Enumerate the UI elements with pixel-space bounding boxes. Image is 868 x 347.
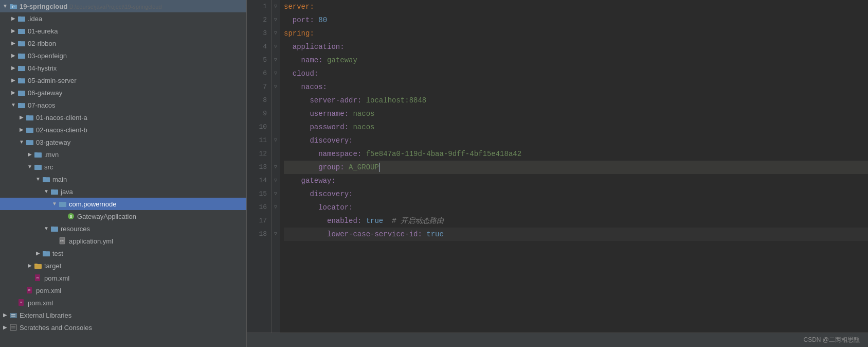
tree-item-gateway1[interactable]: 06-gateway: [0, 86, 246, 99]
code-line-5: name: gateway: [284, 54, 868, 67]
tree-item-gateway03[interactable]: 03-gateway: [0, 136, 246, 148]
tree-icon-root: P: [9, 2, 17, 10]
tree-arrow-main[interactable]: [35, 176, 41, 182]
line-number-13: 13: [250, 161, 271, 174]
fold-icon-13[interactable]: [272, 161, 280, 174]
tree-item-gatewayapp[interactable]: S GatewayApplication: [0, 210, 246, 222]
code-line-12: namespace: f5e847a0-119d-4baa-9dff-4bf15…: [284, 147, 868, 161]
svg-text:yml: yml: [60, 239, 64, 242]
tree-label-eureka: 01-eureka: [28, 27, 242, 35]
code-lines: server: port: 80spring: application: nam…: [280, 0, 868, 333]
tree-arrow-compowernode[interactable]: [51, 201, 58, 207]
tree-item-java[interactable]: java: [0, 185, 246, 198]
fold-icon-1[interactable]: [272, 0, 280, 13]
tree-arrow-test[interactable]: [35, 250, 41, 256]
tree-item-resources[interactable]: resources: [0, 222, 246, 235]
tree-item-nacos-b[interactable]: 02-nacos-client-b: [0, 124, 246, 136]
tree-arrow-eureka[interactable]: [10, 28, 16, 34]
tree-icon-pom3: m: [17, 299, 26, 307]
svg-rect-35: [26, 141, 33, 145]
tree-item-pom1[interactable]: m pom.xml: [0, 272, 246, 284]
fold-icon-11[interactable]: [272, 134, 280, 147]
tree-item-pom2[interactable]: m pom.xml: [0, 284, 246, 297]
svg-rect-20: [18, 79, 25, 83]
tree-arrow-nacos[interactable]: [10, 102, 16, 108]
tree-item-mvn[interactable]: .mvn: [0, 148, 246, 161]
svg-rect-11: [18, 42, 25, 46]
tree-item-eureka[interactable]: 01-eureka: [0, 25, 246, 37]
line-number-3: 3: [250, 27, 271, 40]
tree-item-test[interactable]: test: [0, 247, 246, 259]
tree-item-src[interactable]: src: [0, 161, 246, 173]
tree-item-root[interactable]: P 19-springcloud D:\course\javaProject\1…: [0, 0, 246, 12]
tree-arrow-mvn[interactable]: [27, 151, 33, 158]
tree-item-nacos[interactable]: 07-nacos: [0, 99, 246, 111]
fold-icon-4[interactable]: [272, 40, 280, 54]
fold-icon-17[interactable]: [272, 214, 280, 228]
code-line-18: lower-case-service-id: true: [284, 228, 868, 241]
fold-icon-16[interactable]: [272, 201, 280, 214]
tree-arrow-hystrix[interactable]: [10, 65, 16, 71]
tree-icon-pom2: m: [26, 286, 34, 294]
fold-icon-10[interactable]: [272, 120, 280, 134]
svg-rect-8: [18, 29, 25, 34]
tree-arrow-target[interactable]: [27, 263, 33, 269]
fold-icon-14[interactable]: [272, 174, 280, 187]
tree-label-mvn: .mvn: [44, 151, 242, 159]
tree-arrow-root[interactable]: [2, 3, 8, 9]
svg-rect-63: [34, 264, 38, 265]
tree-item-hystrix[interactable]: 04-hystrix: [0, 62, 246, 74]
tree-item-pom3[interactable]: m pom.xml: [0, 297, 246, 309]
line-number-6: 6: [250, 67, 271, 80]
tree-label-target: target: [44, 262, 242, 270]
line-number-18: 18: [250, 228, 271, 241]
tree-label-pom2: pom.xml: [36, 287, 242, 294]
tree-arrow-src[interactable]: [27, 164, 33, 170]
fold-icon-7[interactable]: [272, 80, 280, 94]
tree-item-scratches[interactable]: Scratches and Consoles: [0, 321, 246, 334]
code-line-11: discovery:: [284, 134, 868, 147]
fold-icon-15[interactable]: [272, 187, 280, 201]
code-line-9: username: nacos: [284, 107, 868, 120]
tree-arrow-idea[interactable]: [10, 15, 16, 22]
fold-gutter[interactable]: [272, 0, 280, 333]
svg-rect-32: [26, 128, 33, 133]
tree-item-appyml[interactable]: yml application.yml: [0, 235, 246, 247]
code-line-7: nacos:: [284, 80, 868, 94]
code-line-10: password: nacos: [284, 120, 868, 134]
tree-arrow-java[interactable]: [43, 188, 49, 195]
tree-arrow-openfeign[interactable]: [10, 53, 16, 59]
tree-icon-openfeign: [17, 51, 26, 60]
tree-item-target[interactable]: target: [0, 259, 246, 272]
fold-icon-18[interactable]: [272, 228, 280, 241]
tree-arrow-ribbon[interactable]: [10, 40, 16, 46]
fold-icon-9[interactable]: [272, 107, 280, 120]
fold-icon-12[interactable]: [272, 147, 280, 161]
tree-arrow-scratches[interactable]: [2, 324, 8, 331]
fold-icon-2[interactable]: [272, 13, 280, 27]
tree-arrow-nacos-a[interactable]: [19, 114, 25, 120]
tree-arrow-gateway03[interactable]: [19, 139, 25, 145]
fold-icon-8[interactable]: [272, 94, 280, 107]
tree-arrow-gateway1[interactable]: [10, 90, 16, 96]
tree-item-main[interactable]: main: [0, 173, 246, 185]
tree-arrow-nacos-b[interactable]: [19, 127, 25, 133]
tree-arrow-admin[interactable]: [10, 77, 16, 83]
line-number-4: 4: [250, 40, 271, 54]
tree-item-nacos-a[interactable]: 01-nacos-client-a: [0, 111, 246, 124]
tree-arrow-extlibs[interactable]: [2, 312, 8, 318]
fold-icon-6[interactable]: [272, 67, 280, 80]
tree-item-admin[interactable]: 05-admin-server: [0, 74, 246, 86]
tree-label-main: main: [52, 176, 242, 183]
tree-item-compowernode[interactable]: com.powernode: [0, 198, 246, 210]
tree-icon-nacos-b: [26, 126, 34, 134]
code-line-3: spring:: [284, 27, 868, 40]
tree-arrow-resources[interactable]: [43, 225, 49, 232]
fold-icon-3[interactable]: [272, 27, 280, 40]
tree-item-idea[interactable]: .idea: [0, 12, 246, 25]
tree-item-openfeign[interactable]: 03-openfeign: [0, 49, 246, 62]
svg-rect-47: [51, 190, 58, 195]
fold-icon-5[interactable]: [272, 54, 280, 67]
tree-item-ribbon[interactable]: 02-ribbon: [0, 37, 246, 49]
tree-item-extlibs[interactable]: External Libraries: [0, 309, 246, 321]
